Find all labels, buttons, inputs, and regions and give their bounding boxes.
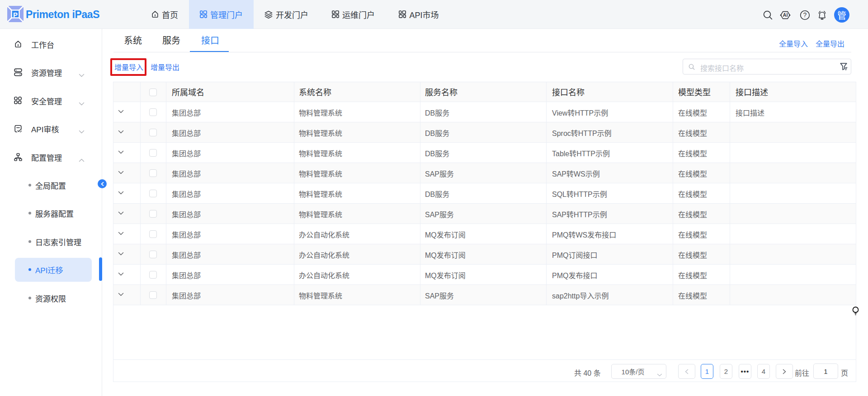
svg-text:P: P — [13, 11, 18, 19]
